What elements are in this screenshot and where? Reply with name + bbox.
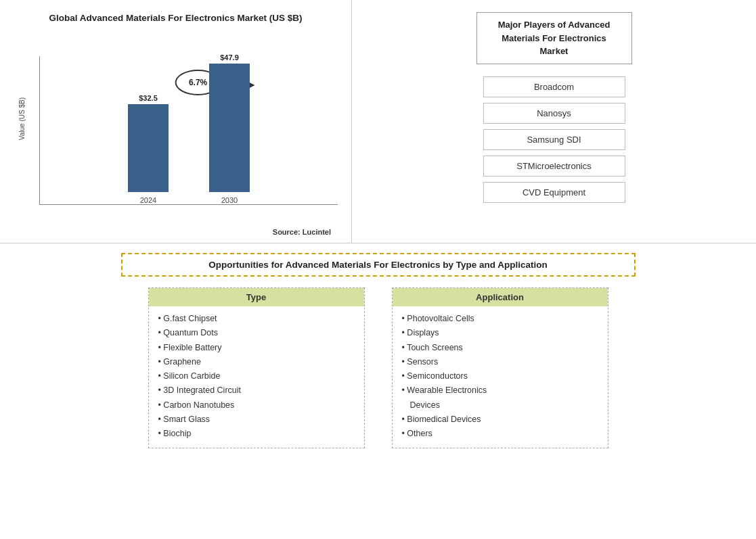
bar-2030-label: 2030 bbox=[221, 196, 238, 204]
bar-2030-rect bbox=[209, 64, 250, 192]
app-item-3: Touch Screens bbox=[402, 341, 598, 355]
svg-marker-1 bbox=[250, 83, 255, 88]
bar-2024: $32.5 2024 bbox=[128, 94, 169, 204]
type-column: Type G.fast Chipset Quantum Dots Flexibl… bbox=[148, 287, 365, 448]
type-item-1: G.fast Chipset bbox=[158, 312, 355, 326]
type-app-container: Type G.fast Chipset Quantum Dots Flexibl… bbox=[20, 287, 736, 448]
type-item-8: Smart Glass bbox=[158, 413, 355, 427]
main-container: Global Advanced Materials For Electronic… bbox=[0, 0, 756, 539]
bar-2030: $47.9 2030 bbox=[209, 53, 250, 204]
bar-2024-value: $32.5 bbox=[139, 94, 158, 102]
type-item-4: Graphene bbox=[158, 355, 355, 369]
type-item-9: Biochip bbox=[158, 427, 355, 441]
app-item-6: Wearable Electronics bbox=[402, 383, 598, 398]
bottom-section: Opportunities for Advanced Materials For… bbox=[0, 243, 756, 539]
app-list: Photovoltaic Cells Displays Touch Screen… bbox=[393, 312, 608, 441]
app-item-6b: Devices bbox=[402, 398, 598, 413]
cagr-value: 6.7% bbox=[189, 78, 207, 87]
top-section: Global Advanced Materials For Electronic… bbox=[0, 0, 756, 243]
player-cvd: CVD Equipment bbox=[483, 182, 625, 203]
app-item-7: Biomedical Devices bbox=[402, 413, 598, 427]
bar-2024-rect bbox=[128, 104, 169, 192]
type-header: Type bbox=[149, 288, 364, 306]
opportunities-title: Opportunities for Advanced Materials For… bbox=[121, 253, 636, 277]
player-stmicro: STMicroelectronics bbox=[483, 156, 625, 177]
type-item-2: Quantum Dots bbox=[158, 326, 355, 340]
bars-container: 6.7% $32.5 2024 bbox=[39, 56, 338, 205]
bar-2030-value: $47.9 bbox=[220, 53, 239, 62]
app-item-5: Semiconductors bbox=[402, 369, 598, 383]
app-column: Application Photovoltaic Cells Displays … bbox=[392, 287, 608, 448]
type-item-3: Flexible Battery bbox=[158, 341, 355, 355]
app-header: Application bbox=[393, 288, 608, 306]
players-title: Major Players of Advanced Materials For … bbox=[476, 12, 632, 64]
player-nanosys: Nanosys bbox=[483, 103, 625, 124]
bar-2024-label: 2024 bbox=[140, 196, 156, 204]
app-item-4: Sensors bbox=[402, 355, 598, 369]
type-item-5: Silicon Carbide bbox=[158, 369, 355, 383]
chart-section: Global Advanced Materials For Electronic… bbox=[0, 0, 352, 243]
type-list: G.fast Chipset Quantum Dots Flexible Bat… bbox=[149, 312, 364, 441]
type-item-7: Carbon Nanotubes bbox=[158, 398, 355, 413]
source-label: Source: Lucintel bbox=[14, 228, 338, 236]
y-axis-label: Value (US $B) bbox=[18, 97, 26, 140]
type-item-6: 3D Integrated Circuit bbox=[158, 383, 355, 398]
app-item-1: Photovoltaic Cells bbox=[402, 312, 598, 326]
app-item-8: Others bbox=[402, 427, 598, 441]
player-samsung-sdi: Samsung SDI bbox=[483, 129, 625, 150]
app-item-2: Displays bbox=[402, 326, 598, 340]
player-broadcom: Broadcom bbox=[483, 76, 625, 97]
players-section: Major Players of Advanced Materials For … bbox=[352, 0, 756, 243]
chart-title: Global Advanced Materials For Electronic… bbox=[49, 12, 303, 25]
chart-area: Value (US $B) 6.7% bbox=[14, 33, 338, 225]
